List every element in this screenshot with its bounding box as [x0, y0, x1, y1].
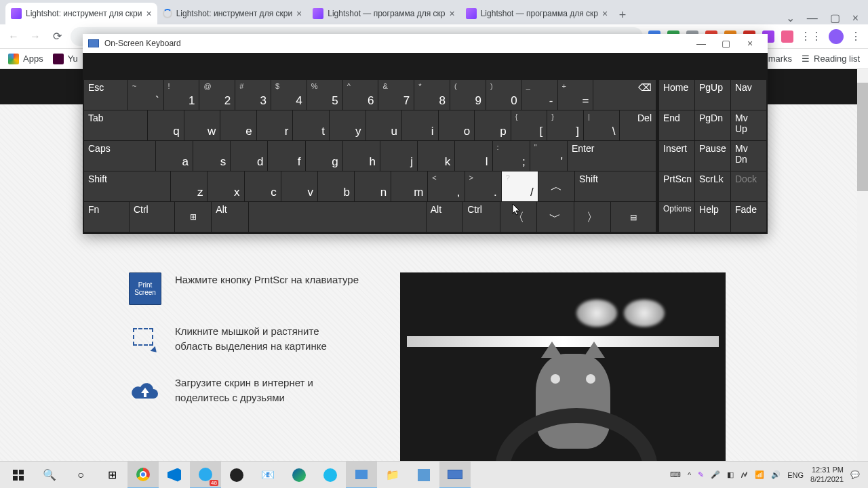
key-semicolon[interactable]: :;: [493, 141, 530, 171]
taskview-button[interactable]: ⊞: [96, 462, 127, 489]
key-u[interactable]: u: [366, 110, 402, 140]
key-4[interactable]: $4: [271, 80, 307, 110]
key-3[interactable]: #3: [235, 80, 271, 110]
tray-language[interactable]: ENG: [787, 471, 804, 479]
key-z[interactable]: z: [171, 171, 207, 201]
key-backspace[interactable]: ⌫: [593, 80, 656, 110]
key-s[interactable]: s: [193, 141, 230, 171]
key-7[interactable]: &7: [378, 80, 414, 110]
key-8[interactable]: *8: [414, 80, 450, 110]
close-icon[interactable]: ×: [852, 12, 859, 24]
key-contextmenu[interactable]: ▤: [611, 202, 656, 232]
key-m[interactable]: m: [391, 171, 427, 201]
key-alt-right[interactable]: Alt: [427, 202, 462, 232]
back-button[interactable]: ←: [5, 28, 22, 45]
key-fn[interactable]: Fn: [84, 202, 129, 232]
forward-button[interactable]: →: [27, 28, 43, 45]
key-options[interactable]: Options: [659, 202, 694, 232]
key-arrow-up[interactable]: ︿: [538, 171, 574, 201]
key-equals[interactable]: +=: [558, 80, 593, 110]
taskbar-ie[interactable]: [315, 462, 346, 489]
taskbar-app[interactable]: [346, 462, 377, 489]
key-g[interactable]: g: [306, 141, 342, 171]
close-icon[interactable]: ×: [602, 8, 608, 19]
taskbar-vscode[interactable]: [159, 462, 190, 489]
key-scrlk[interactable]: ScrLk: [695, 171, 730, 201]
key-mvdn[interactable]: Mv Dn: [731, 141, 766, 171]
key-h[interactable]: h: [343, 141, 380, 171]
close-icon[interactable]: ×: [296, 8, 302, 19]
key-p[interactable]: p: [475, 110, 511, 140]
key-2[interactable]: @2: [199, 80, 235, 110]
key-6[interactable]: ^6: [343, 80, 378, 110]
minimize-icon[interactable]: —: [807, 12, 818, 24]
browser-tab[interactable]: Lightshot — программа для скр ×: [307, 3, 460, 24]
key-k[interactable]: k: [418, 141, 454, 171]
key-help[interactable]: Help: [695, 202, 730, 232]
browser-tab[interactable]: Lightshot: инструмент для скри ×: [5, 3, 157, 24]
key-1[interactable]: !1: [164, 80, 199, 110]
key-backslash[interactable]: |\: [584, 110, 620, 140]
key-nav[interactable]: Nav: [731, 80, 766, 110]
key-c[interactable]: c: [245, 171, 281, 201]
reload-button[interactable]: ⟳: [49, 28, 65, 45]
key-end[interactable]: End: [659, 110, 694, 140]
key-home[interactable]: Home: [659, 80, 694, 110]
tray-lightshot-icon[interactable]: ✎: [698, 470, 704, 479]
key-5[interactable]: %5: [307, 80, 342, 110]
tray-notifications-icon[interactable]: 💬: [850, 470, 860, 479]
key-l[interactable]: l: [455, 141, 492, 171]
tray-keyboard-icon[interactable]: ⌨: [670, 470, 681, 479]
profile-avatar[interactable]: [829, 29, 844, 44]
key-y[interactable]: y: [330, 110, 366, 140]
scroll-thumb[interactable]: [857, 83, 868, 191]
key-v[interactable]: v: [281, 171, 317, 201]
key-right-bracket[interactable]: }]: [547, 110, 583, 140]
start-button[interactable]: [3, 462, 34, 489]
taskbar-explorer[interactable]: 📁: [377, 462, 408, 489]
key-e[interactable]: e: [220, 110, 256, 140]
scrollbar[interactable]: [857, 69, 868, 461]
key-n[interactable]: n: [355, 171, 391, 201]
key-9[interactable]: (9: [450, 80, 486, 110]
new-tab-button[interactable]: +: [613, 5, 632, 24]
key-a[interactable]: a: [156, 141, 193, 171]
menu-icon[interactable]: ⋮: [850, 30, 863, 43]
key-t[interactable]: t: [293, 110, 329, 140]
key-grave[interactable]: ~`: [128, 80, 163, 110]
key-ctrl-left[interactable]: Ctrl: [130, 202, 174, 232]
taskbar-chrome[interactable]: [127, 462, 159, 489]
key-r[interactable]: r: [257, 110, 293, 140]
taskbar-app[interactable]: [408, 462, 439, 489]
key-minus[interactable]: _-: [522, 80, 557, 110]
key-shift-left[interactable]: Shift: [84, 171, 170, 201]
browser-tab[interactable]: Lightshot: инструмент для скри ×: [157, 3, 308, 24]
search-button[interactable]: 🔍: [34, 462, 65, 489]
key-mvup[interactable]: Mv Up: [731, 110, 766, 140]
key-shift-right[interactable]: Shift: [575, 171, 656, 201]
tray-app-icon[interactable]: ◧: [727, 470, 734, 479]
tray-battery-icon[interactable]: 🗲: [741, 471, 748, 479]
key-q[interactable]: q: [148, 110, 184, 140]
tray-mic-icon[interactable]: 🎤: [711, 470, 720, 479]
close-icon[interactable]: ×: [738, 38, 762, 49]
key-0[interactable]: )0: [486, 80, 521, 110]
bookmark-item[interactable]: Yu: [53, 54, 78, 64]
key-dock[interactable]: Dock: [731, 171, 766, 201]
tray-clock[interactable]: 12:31 PM 8/21/2021: [810, 466, 844, 483]
bookmark-item[interactable]: marks: [768, 54, 792, 64]
key-caps[interactable]: Caps: [84, 141, 155, 171]
taskbar-mail[interactable]: 📧: [252, 462, 283, 489]
key-windows[interactable]: ⊞: [175, 202, 211, 232]
minimize-icon[interactable]: —: [689, 38, 713, 49]
close-icon[interactable]: ×: [450, 8, 455, 19]
key-x[interactable]: x: [208, 171, 243, 201]
taskbar-edge[interactable]: [283, 462, 315, 489]
key-d[interactable]: d: [231, 141, 267, 171]
browser-tab[interactable]: Lightshot — программа для скр ×: [460, 3, 613, 24]
key-arrow-left[interactable]: 〈: [500, 202, 536, 232]
reading-list-button[interactable]: ☰Reading list: [802, 54, 860, 64]
key-del[interactable]: Del: [620, 110, 656, 140]
key-b[interactable]: b: [318, 171, 354, 201]
key-enter[interactable]: Enter: [568, 141, 656, 171]
